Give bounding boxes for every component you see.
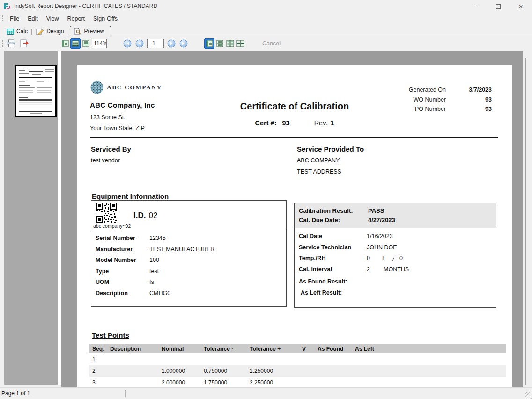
thumbnail-content: [19, 70, 25, 71]
meta-row: PO Number93: [409, 104, 492, 114]
certificate-page: ABC COMPANY ABC Company, Inc 123 Some St…: [77, 65, 512, 387]
thumbnail-scrollbar[interactable]: [58, 51, 61, 385]
statusbar-divider: [125, 390, 126, 397]
tab-calc[interactable]: Calc: [4, 27, 30, 36]
cell-seq: 2: [89, 368, 110, 374]
interval-unit: MONTHS: [384, 264, 409, 276]
equipment-field-row: Serial Number12345: [96, 233, 286, 244]
calibration-result-label: Calibration Result:: [299, 206, 368, 216]
layout-facing-pages-button[interactable]: [225, 38, 235, 49]
printer-icon: [7, 39, 16, 48]
col-as-left: As Left: [355, 346, 506, 352]
export-button[interactable]: [19, 38, 30, 49]
tab-preview[interactable]: Preview: [70, 26, 111, 36]
thumbnail-content: [19, 111, 52, 112]
menu-view[interactable]: View: [42, 15, 63, 22]
calibration-field-row: As Found Result:: [299, 276, 496, 288]
design-pencil-icon: [36, 28, 44, 35]
page-thumbnail[interactable]: [15, 65, 57, 117]
po-number-value: 93: [446, 104, 492, 114]
vertical-scrollbar-thumb[interactable]: [525, 58, 526, 385]
minimize-button[interactable]: [465, 0, 487, 13]
meta-row: Generated On3/7/2023: [409, 85, 492, 95]
rh-value: 0: [399, 253, 403, 264]
cal-due-date-value: 4/27/2023: [368, 216, 395, 225]
layout-facing-pages-icon: [226, 40, 234, 47]
layout-multiple-pages-button[interactable]: [235, 38, 245, 49]
prev-page-button[interactable]: [134, 38, 145, 49]
serviced-by-vendor: test vendor: [91, 157, 131, 164]
thumbnail-content: [37, 81, 44, 82]
col-tolerance-plus: Tolerance +: [250, 346, 302, 352]
close-button[interactable]: ×: [510, 0, 532, 13]
maximize-button[interactable]: [487, 0, 510, 13]
calibration-result-value: PASS: [368, 206, 384, 216]
zoom-whole-page-icon: [62, 40, 69, 47]
next-page-button[interactable]: [166, 38, 177, 49]
id-label: I.D.: [133, 211, 146, 220]
thumbnail-content: [19, 77, 52, 78]
equipment-field-row: Typetest: [96, 266, 286, 277]
thumbnail-content: [19, 81, 25, 82]
col-nominal: Nominal: [162, 346, 204, 352]
id-value: 02: [148, 211, 157, 220]
layout-multiple-pages-icon: [236, 40, 244, 47]
field-label: Type: [96, 266, 149, 277]
zoom-page-width-icon: [72, 40, 79, 47]
field-value: fs: [149, 277, 154, 288]
thumbnail-content: [19, 85, 30, 86]
thumbnail-content: [45, 69, 54, 70]
tab-design[interactable]: Design: [33, 27, 66, 36]
first-page-button[interactable]: [122, 38, 133, 49]
vertical-scrollbar[interactable]: [523, 51, 532, 387]
zoom-whole-page-button[interactable]: [60, 38, 70, 49]
po-number-label: PO Number: [415, 104, 446, 114]
thumbnail-content: [19, 104, 52, 105]
cell-seq: 3: [89, 379, 110, 386]
wo-number-label: WO Number: [414, 95, 446, 105]
field-label: UOM: [96, 277, 149, 288]
menu-file[interactable]: File: [6, 15, 23, 22]
preview-viewport: ABC COMPANY ABC Company, Inc 123 Some St…: [61, 51, 523, 387]
as-found-result-label: As Found Result:: [299, 276, 367, 288]
tab-design-label: Design: [46, 28, 64, 35]
toolbar-grip[interactable]: [1, 40, 3, 47]
page-info: Page 1 of 1: [0, 390, 30, 397]
rev-label: Rev.: [314, 119, 328, 127]
thumbnail-content: [19, 102, 52, 103]
company-logo: ABC COMPANY: [90, 80, 162, 94]
layout-single-page-button[interactable]: [204, 38, 214, 49]
as-left-result-label: As Left Result:: [299, 288, 367, 299]
generated-on-label: Generated On: [409, 85, 446, 95]
qr-caption: abc company~02: [93, 223, 131, 229]
field-value: 12345: [149, 233, 166, 244]
menu-edit[interactable]: Edit: [23, 15, 42, 22]
resize-grip[interactable]: [525, 392, 532, 399]
equipment-field-row: DescriptionCMHG0: [96, 288, 286, 299]
layout-continuous-icon: [216, 40, 223, 47]
menu-report[interactable]: Report: [63, 15, 89, 22]
calibration-field-row: Service TechnicianJOHN DOE: [299, 242, 496, 254]
test-points-header-row: Seq. Description Nominal Tolerance - Tol…: [89, 344, 506, 353]
print-button[interactable]: [6, 38, 17, 49]
wo-number-value: 93: [446, 95, 492, 105]
layout-continuous-button[interactable]: [214, 38, 225, 49]
equipment-heading: Equipment Information: [92, 192, 169, 200]
zoom-text-width-button[interactable]: [81, 38, 91, 49]
thumbnail-content: [19, 87, 35, 88]
last-page-button[interactable]: [178, 38, 189, 49]
menu-sign-offs[interactable]: Sign-Offs: [89, 15, 122, 22]
calibration-field-row: Cal. Interval2MONTHS: [299, 264, 496, 276]
page-number-input[interactable]: [147, 39, 164, 48]
cancel-button[interactable]: Cancel: [262, 40, 281, 47]
equipment-field-row: UOMfs: [96, 277, 286, 288]
zoom-page-width-button[interactable]: [70, 38, 81, 49]
temp-rh-separator: /: [392, 254, 399, 265]
menu-grip[interactable]: [1, 15, 3, 22]
zoom-percent-field[interactable]: 114%: [92, 39, 107, 48]
col-v: V: [302, 346, 318, 352]
field-value: CMHG0: [149, 288, 170, 299]
thumbnail-content: [19, 90, 33, 91]
status-bar: Page 1 of 1: [0, 387, 532, 399]
field-label: Manufacturer: [96, 244, 149, 255]
